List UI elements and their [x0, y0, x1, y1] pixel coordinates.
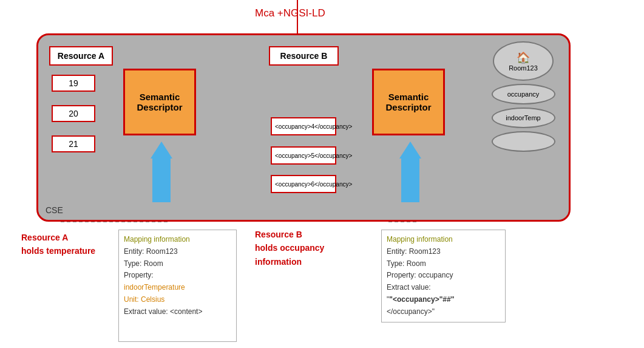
resource-a-item-3: 21 [52, 135, 95, 152]
blue-arrow-a [149, 142, 174, 202]
info-left-type: Type: Room [124, 258, 231, 270]
info-left-title: Mapping information [124, 234, 231, 246]
info-right-type: Type: Room [387, 258, 500, 270]
info-right-extract-value2: </occupancy>" [387, 306, 500, 318]
resource-a-box: Resource A [49, 46, 113, 66]
resource-b-item-2: <occupancy>5</occupancy> [271, 146, 336, 165]
blue-arrow-b [398, 142, 422, 202]
info-left-extract: Extract value: <content> [124, 306, 231, 318]
info-right-title: Mapping information [387, 234, 500, 246]
resource-b-item-1: <occupancy>4</occupancy> [271, 117, 336, 135]
left-description: Resource A holds temperature [21, 231, 95, 258]
room123-entity: 🏠 Room123 [493, 41, 554, 81]
info-right-extract-value: ""<occupancy>"##" [387, 294, 500, 306]
info-left-entity: Entity: Room123 [124, 246, 231, 258]
info-left-property-label: Property: [124, 270, 231, 282]
mid-description: Resource B holds occupancy information [255, 228, 324, 268]
resource-b-box: Resource B [269, 46, 339, 66]
info-right-property: Property: occupancy [387, 270, 500, 282]
resource-a-item-1: 19 [52, 75, 95, 92]
cse-label: CSE [46, 205, 63, 215]
resource-b-item-3: <occupancy>6</occupancy> [271, 175, 336, 193]
entity-area: 🏠 Room123 occupancy indoorTemp [484, 41, 563, 155]
info-right-entity: Entity: Room123 [387, 246, 500, 258]
info-box-right: Mapping information Entity: Room123 Type… [381, 230, 506, 322]
semantic-descriptor-b: SemanticDescriptor [372, 69, 445, 135]
room-icon: 🏠 [517, 51, 530, 64]
main-diagram-container: CSE Resource A 19 20 21 SemanticDescript… [36, 33, 571, 222]
occupancy-entity: occupancy [492, 84, 555, 104]
semantic-descriptor-a: SemanticDescriptor [123, 69, 196, 135]
empty-entity [492, 131, 555, 152]
indoortemp-entity: indoorTemp [492, 107, 555, 128]
info-left-property-value: indoorTemperature [124, 282, 231, 294]
top-label: Mca +NGSI-LD [255, 7, 325, 19]
resource-a-item-2: 20 [52, 105, 95, 122]
info-box-left: Mapping information Entity: Room123 Type… [118, 230, 237, 342]
info-right-extract-label: Extract value: [387, 282, 500, 294]
info-left-unit: Unit: Celsius [124, 294, 231, 306]
